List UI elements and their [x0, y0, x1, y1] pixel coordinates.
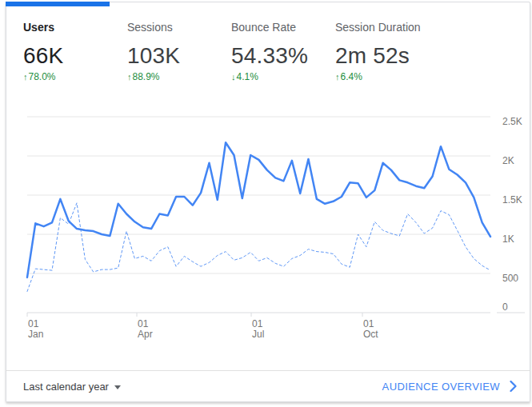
y-tick-label: 2.5K [502, 116, 522, 127]
audience-overview-link[interactable]: AUDIENCE OVERVIEW [382, 381, 517, 393]
date-range-selector[interactable]: Last calendar year [23, 381, 121, 393]
caret-down-icon [114, 385, 121, 389]
metric-label: Session Duration [335, 21, 422, 34]
metric-delta: ↑78.0% [23, 71, 110, 82]
metric-delta: ↓4.1% [231, 71, 318, 82]
trend-down-icon: ↓ [231, 72, 236, 82]
metric-tabs: Users 66K ↑78.0% Sessions 103K ↑88.9% Bo… [6, 2, 530, 94]
metric-label: Sessions [127, 21, 214, 34]
trend-up-icon: ↑ [127, 72, 132, 82]
tab-session-duration[interactable]: Session Duration 2m 52s ↑6.4% [318, 2, 422, 94]
tab-bounce-rate[interactable]: Bounce Rate 54.33% ↓4.1% [214, 2, 318, 94]
metric-value: 66K [23, 43, 110, 69]
card-footer: Last calendar year AUDIENCE OVERVIEW [6, 370, 530, 401]
y-tick-label: 2K [502, 155, 514, 166]
x-tick-label: 01Apr [138, 319, 153, 340]
tab-users[interactable]: Users 66K ↑78.0% [6, 2, 110, 94]
x-tick-label: 01Jul [252, 319, 264, 340]
x-tick-label: 01Oct [363, 319, 378, 340]
y-tick-label: 0 [502, 301, 508, 313]
metric-label: Bounce Rate [231, 21, 318, 34]
current-period-line [27, 142, 490, 277]
metric-label: Users [23, 21, 110, 34]
previous-period-line [27, 203, 490, 292]
date-range-label: Last calendar year [23, 381, 109, 393]
x-axis-line [27, 313, 525, 317]
y-tick-label: 1K [502, 233, 514, 245]
metric-value: 103K [127, 43, 214, 69]
tab-sessions[interactable]: Sessions 103K ↑88.9% [110, 2, 214, 94]
analytics-overview-card: 2.5K 2K 1.5K 1K 500 0 01Jan 01Apr 01Jul … [6, 2, 530, 402]
y-tick-label: 500 [502, 273, 518, 284]
trend-up-icon: ↑ [335, 72, 340, 82]
metric-value: 2m 52s [335, 43, 422, 69]
y-tick-label: 1.5K [502, 194, 522, 205]
metric-delta: ↑88.9% [127, 71, 214, 82]
link-label: AUDIENCE OVERVIEW [382, 381, 500, 393]
x-tick-label: 01Jan [28, 319, 43, 340]
metric-value: 54.33% [231, 43, 318, 69]
metric-delta: ↑6.4% [335, 71, 422, 82]
trend-up-icon: ↑ [23, 72, 28, 82]
chevron-right-icon [510, 381, 517, 392]
